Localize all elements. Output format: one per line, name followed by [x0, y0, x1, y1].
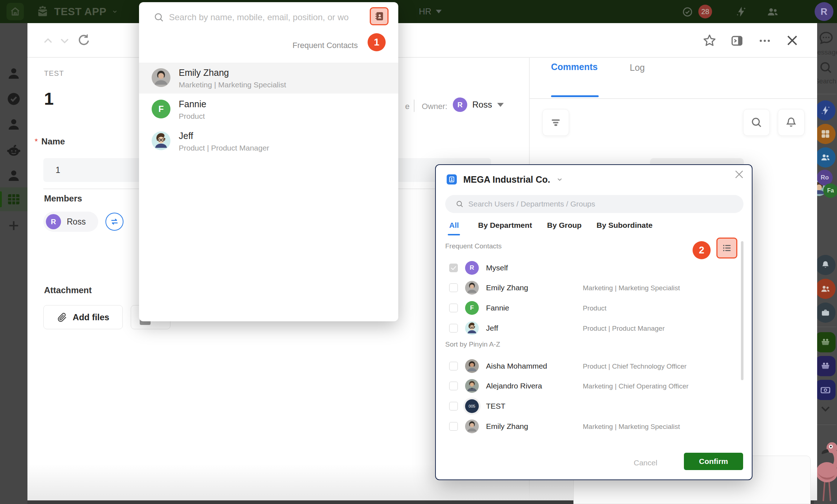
- org-contact-card-icon: [447, 174, 457, 184]
- comments-subscribe-button[interactable]: [778, 109, 805, 136]
- lightning-sparkle-icon: [735, 6, 747, 18]
- add-files-button[interactable]: Add files: [43, 305, 123, 329]
- dock-app-ai-button[interactable]: [815, 100, 836, 121]
- check-circle-icon: [682, 6, 693, 18]
- department-switcher[interactable]: HR: [419, 5, 442, 18]
- side-panel-toggle-button[interactable]: [730, 34, 744, 48]
- favorite-star-button[interactable]: [702, 33, 717, 48]
- row-name: Alejandro Rivera: [486, 382, 542, 390]
- swap-arrows-icon: [109, 217, 120, 227]
- picker-section-sorted: Sort by Pinyin A-Z: [445, 340, 500, 348]
- dock-app-grid-button[interactable]: [815, 124, 836, 144]
- checkbox[interactable]: [449, 324, 458, 333]
- picker-search-bar: [445, 195, 743, 213]
- confirm-button[interactable]: Confirm: [684, 453, 743, 470]
- comments-filter-button[interactable]: [542, 109, 569, 136]
- tab-comments[interactable]: Comments: [551, 62, 598, 72]
- avatar-letter: R: [470, 264, 474, 271]
- sidebar-item-people[interactable]: [6, 117, 21, 132]
- contact-row[interactable]: Jeff Product | Product Manager: [139, 126, 398, 157]
- org-name: MEGA Industrial Co.: [463, 174, 550, 185]
- comments-search-button[interactable]: [743, 109, 770, 136]
- open-contact-picker-button[interactable]: [370, 7, 389, 25]
- sidebar-item-members[interactable]: [6, 168, 21, 183]
- row-name: Emily Zhang: [486, 422, 528, 431]
- annotation-badge-1: 1: [368, 33, 386, 51]
- checkbox[interactable]: [449, 362, 458, 370]
- tabs-divider: [529, 98, 817, 99]
- member-picker-modal: MEGA Industrial Co. All By Department By…: [435, 164, 753, 480]
- checkbox[interactable]: [449, 283, 458, 292]
- topbar-avatar[interactable]: R: [815, 2, 833, 21]
- dock-chevron-down-icon[interactable]: [818, 404, 833, 415]
- todo-button[interactable]: [682, 6, 693, 18]
- contact-row-selected[interactable]: Emily Zhang Marketing | Marketing Specia…: [139, 63, 398, 94]
- sidebar-add-button[interactable]: [6, 218, 21, 233]
- picker-tab-by-subordinate[interactable]: By Subordinate: [597, 221, 652, 230]
- change-member-button[interactable]: [105, 213, 123, 231]
- dock-team-button[interactable]: [815, 279, 836, 299]
- people-icon: [820, 152, 831, 163]
- dock-message-button[interactable]: [818, 30, 834, 46]
- app-title-group[interactable]: TEST APP: [54, 5, 118, 18]
- prev-record-button[interactable]: [42, 35, 54, 47]
- chat-bubble-icon: [818, 30, 834, 46]
- dock-plugin-purple-button[interactable]: [815, 356, 836, 376]
- sidebar-item-bot[interactable]: [6, 143, 21, 158]
- subheader-divider: [414, 100, 415, 112]
- contact-row[interactable]: F Fannie Product: [139, 95, 398, 125]
- contact-subtitle: Marketing | Marketing Specialist: [179, 81, 286, 89]
- dock-notifications-button[interactable]: [815, 255, 836, 275]
- sidebar-item-table-active[interactable]: [0, 187, 27, 211]
- sidebar-item-approvals[interactable]: [6, 91, 21, 107]
- name-field-label-row: * Name: [35, 136, 65, 147]
- picker-tab-all[interactable]: All: [449, 221, 459, 230]
- dock-payroll-button[interactable]: [815, 380, 836, 400]
- picker-search-input[interactable]: [468, 195, 732, 213]
- picker-tab-by-group[interactable]: By Group: [547, 221, 582, 230]
- checkbox[interactable]: [449, 304, 458, 312]
- tab-log[interactable]: Log: [630, 62, 645, 73]
- dock-search-button[interactable]: [818, 60, 833, 75]
- annotation-2-number: 2: [699, 245, 704, 256]
- dock-workspace-button[interactable]: [815, 303, 836, 323]
- checkbox[interactable]: [449, 422, 458, 431]
- more-actions-button[interactable]: [758, 34, 772, 48]
- row-name: TEST: [486, 402, 506, 410]
- row-name: Myself: [486, 264, 508, 272]
- dock-plugin-green-button[interactable]: [815, 332, 836, 352]
- org-switcher[interactable]: MEGA Industrial Co.: [447, 172, 563, 187]
- picker-scrollbar[interactable]: [741, 241, 743, 380]
- checkbox[interactable]: [449, 402, 458, 410]
- dock-app-people-button[interactable]: [815, 147, 836, 168]
- active-indicator-bar: [0, 191, 2, 207]
- selected-list-toggle-button[interactable]: [716, 238, 737, 258]
- member-avatar: R: [46, 214, 61, 229]
- todo-badge-count: 28: [701, 8, 709, 16]
- ai-assistant-button[interactable]: [735, 6, 747, 18]
- next-record-button[interactable]: [58, 35, 71, 47]
- tab-label: By Department: [478, 221, 532, 229]
- picker-tab-by-department[interactable]: By Department: [478, 221, 532, 230]
- close-window-button[interactable]: [784, 32, 800, 48]
- dock-badge-fa[interactable]: Fa: [823, 183, 837, 198]
- avatar-photo: [152, 68, 170, 87]
- sidebar-item-contacts[interactable]: [6, 66, 21, 81]
- subheader-fragment: e: [405, 102, 409, 111]
- owner-value[interactable]: R Ross: [453, 97, 504, 113]
- picker-close-button[interactable]: [733, 168, 746, 181]
- tab-label: All: [449, 221, 459, 229]
- filter-icon: [550, 116, 562, 129]
- home-button[interactable]: [6, 3, 24, 20]
- refresh-button[interactable]: [77, 33, 91, 48]
- tab-label: By Subordinate: [597, 221, 652, 229]
- checkbox[interactable]: [449, 382, 458, 390]
- contact-search-input[interactable]: [169, 8, 366, 27]
- cancel-button[interactable]: Cancel: [634, 459, 657, 467]
- required-mark: *: [35, 137, 38, 146]
- contacts-topbar-button[interactable]: [766, 5, 779, 18]
- contact-subtitle: Product: [179, 112, 205, 121]
- member-chip[interactable]: R Ross: [43, 212, 98, 232]
- owner-label: Owner:: [422, 102, 447, 111]
- avatar-initial-green: F: [152, 100, 170, 118]
